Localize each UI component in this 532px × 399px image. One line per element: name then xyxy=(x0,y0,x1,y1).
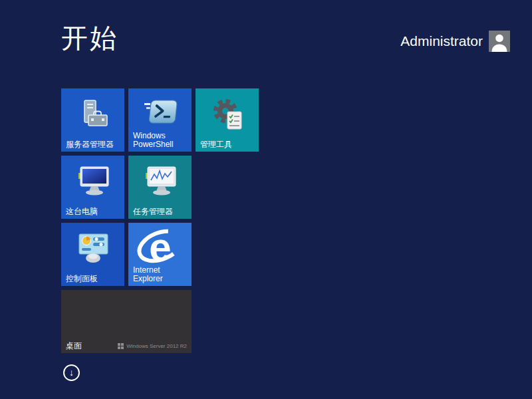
tile-task-manager[interactable]: 任务管理器 xyxy=(128,156,192,219)
tile-control-panel[interactable]: 控制面板 xyxy=(61,223,124,286)
page-title: 开始 xyxy=(61,20,118,57)
tile-admin-tools[interactable]: 管理工具 xyxy=(196,88,259,152)
control-panel-icon xyxy=(74,231,112,265)
down-arrow-icon: ↓ xyxy=(69,367,74,378)
tile-label: 这台电脑 xyxy=(66,207,120,216)
tile-label: 管理工具 xyxy=(200,140,255,149)
tile-label: 控制面板 xyxy=(66,275,120,283)
tile-label: Internet Explorer xyxy=(133,266,188,283)
watermark-text: Windows Server 2012 R2 xyxy=(126,343,187,349)
windows-logo-icon xyxy=(118,343,124,349)
ie-logo-icon: e xyxy=(134,223,187,271)
tile-internet-explorer[interactable]: e Internet Explorer xyxy=(128,223,192,286)
os-watermark: Windows Server 2012 R2 xyxy=(118,343,187,349)
tile-server-manager[interactable]: 服务器管理器 xyxy=(61,88,124,152)
tile-label: Windows PowerShell xyxy=(133,132,188,149)
computer-icon xyxy=(74,164,112,198)
expand-apps-button[interactable]: ↓ xyxy=(63,364,80,381)
user-avatar-icon[interactable] xyxy=(489,31,510,52)
tile-this-pc[interactable]: 这台电脑 xyxy=(61,156,124,219)
user-name[interactable]: Administrator xyxy=(400,33,483,49)
tile-grid: 服务器管理器 Windows PowerShell xyxy=(61,88,327,361)
tile-windows-powershell[interactable]: Windows PowerShell xyxy=(128,88,192,152)
server-manager-icon xyxy=(76,97,110,132)
gear-checklist-icon xyxy=(209,97,245,133)
tile-desktop[interactable]: 桌面 Windows Server 2012 R2 xyxy=(61,290,192,353)
tile-label: 服务器管理器 xyxy=(66,140,120,149)
powershell-icon xyxy=(141,97,180,128)
user-area[interactable]: Administrator xyxy=(400,31,510,52)
tile-label: 任务管理器 xyxy=(133,207,188,216)
performance-monitor-icon xyxy=(141,164,180,198)
